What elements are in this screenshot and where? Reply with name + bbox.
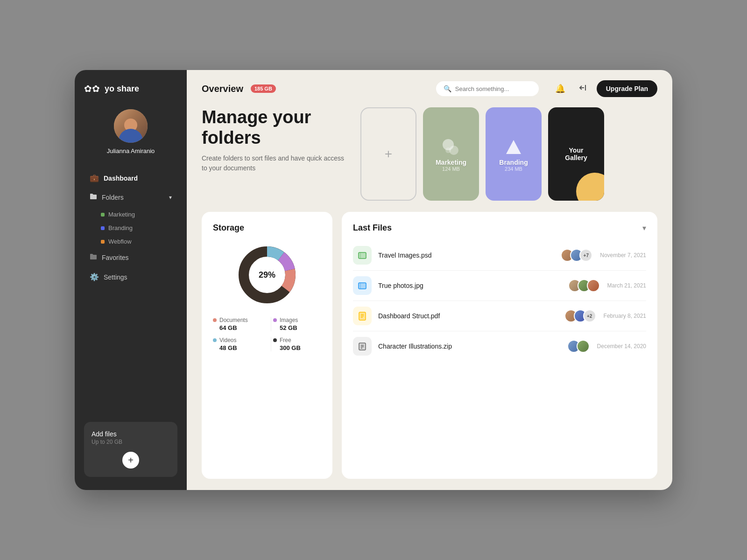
svg-point-2 — [445, 147, 451, 153]
file-date-travel: November 7, 2021 — [600, 252, 646, 259]
files-card: Last Files ▾ Travel Images.psd — [342, 212, 657, 479]
search-icon: 🔍 — [444, 85, 451, 92]
sidebar-item-folders[interactable]: Folders ▾ — [84, 189, 177, 206]
hero-text: Manage yourfolders Create folders to sor… — [202, 107, 351, 173]
favorites-label: Favorites — [102, 254, 129, 261]
files-header: Last Files ▾ — [353, 223, 646, 233]
favorites-icon — [90, 253, 97, 262]
file-name-true-photos: True photos.jpg — [378, 282, 568, 289]
file-avatars-true-photos — [568, 279, 600, 292]
sidebar-nav: 💼 Dashboard Folders ▾ Marketing — [84, 169, 177, 418]
avatar-image — [114, 109, 148, 143]
branding-dot — [101, 226, 105, 230]
folders-icon — [90, 193, 97, 202]
marketing-folder-name: Marketing — [436, 159, 466, 166]
file-avatars-dashboard: +2 — [564, 309, 596, 322]
header: Overview 185 GB 🔍 🔔 Upgrade Plan — [187, 70, 672, 107]
documents-label: Documents — [219, 317, 248, 323]
sidebar-item-settings[interactable]: ⚙️ Settings — [84, 268, 177, 286]
file-avatars-travel: +7 — [561, 249, 592, 262]
free-label: Free — [280, 337, 291, 343]
images-value: 52 GB — [280, 324, 298, 331]
content-area: Manage yourfolders Create folders to sor… — [187, 107, 672, 490]
file-row[interactable]: True photos.jpg March 21, 2021 — [353, 271, 646, 301]
marketing-folder-card[interactable]: Marketing 124 MB — [423, 107, 479, 201]
sidebar-subitem-marketing[interactable]: Marketing — [97, 208, 177, 221]
add-folder-card[interactable]: + — [360, 107, 416, 201]
avatar-9 — [577, 340, 590, 353]
file-date-dashboard: February 8, 2021 — [604, 313, 646, 319]
images-label: Images — [280, 317, 298, 323]
storage-title: Storage — [213, 223, 321, 233]
avatar-count: +7 — [579, 249, 592, 262]
branding-folder-name: Branding — [499, 159, 528, 166]
hero-heading: Manage yourfolders — [202, 107, 351, 148]
gallery-text: Your Gallery — [565, 147, 587, 161]
file-icon-dashboard — [353, 307, 372, 325]
bell-icon: 🔔 — [555, 84, 565, 94]
legend-images: Images 52 GB — [273, 317, 298, 331]
svg-rect-12 — [359, 283, 366, 289]
marketing-dot — [101, 213, 105, 217]
marketing-folder-size: 124 MB — [442, 166, 460, 172]
top-section: Manage yourfolders Create folders to sor… — [202, 107, 657, 201]
documents-value: 64 GB — [219, 324, 265, 331]
storage-card: Storage — [202, 212, 332, 479]
add-files-button[interactable]: + — [122, 452, 139, 469]
folders-header: Folders ▾ — [102, 194, 172, 201]
videos-label: Videos — [219, 337, 236, 343]
folders-label: Folders — [102, 194, 124, 201]
svg-rect-9 — [359, 252, 366, 259]
free-dot — [273, 338, 277, 342]
exit-button[interactable] — [574, 80, 591, 97]
donut-wrapper: 29% — [234, 242, 300, 308]
videos-value: 48 GB — [219, 344, 265, 351]
storage-legend: Documents 64 GB Images 52 GB — [213, 317, 321, 351]
legend-documents: Documents 64 GB — [213, 317, 265, 331]
file-date-character: December 14, 2020 — [597, 343, 646, 350]
username-label: Julianna Amiranio — [107, 147, 155, 154]
search-input[interactable] — [455, 85, 531, 92]
file-row[interactable]: Character Illustrations.zip December 14,… — [353, 331, 646, 361]
file-row[interactable]: Dashboard Struct.pdf +2 February 8, 2021 — [353, 301, 646, 331]
app-container: ✿✿ yo share Julianna Amiranio 💼 Dashboar… — [75, 70, 672, 490]
header-actions: 🔔 Upgrade Plan — [552, 80, 657, 97]
webflow-label: Webflow — [108, 238, 132, 245]
notification-button[interactable]: 🔔 — [552, 80, 569, 97]
add-files-card: Add files Up to 20 GB + — [84, 422, 177, 477]
storage-badge: 185 GB — [251, 84, 276, 93]
sidebar-subitem-webflow[interactable]: Webflow — [97, 235, 177, 248]
donut-percentage: 29% — [259, 270, 275, 280]
file-name-dashboard: Dashboard Struct.pdf — [378, 312, 564, 320]
file-name-travel: Travel Images.psd — [378, 252, 561, 259]
file-avatars-character — [567, 340, 590, 353]
bottom-section: Storage — [202, 212, 657, 479]
file-icon-true-photos — [353, 276, 372, 295]
file-row[interactable]: Travel Images.psd +7 November 7, 2021 — [353, 240, 646, 271]
folders-row: + Marketing 124 MB — [360, 107, 657, 201]
branding-folder-icon — [502, 136, 525, 159]
chevron-icon: ▾ — [169, 194, 172, 201]
sidebar-subitem-branding[interactable]: Branding — [97, 222, 177, 234]
branding-label: Branding — [108, 224, 133, 231]
marketing-label: Marketing — [108, 211, 135, 218]
sidebar-item-dashboard[interactable]: 💼 Dashboard — [84, 169, 177, 187]
add-files-subtitle: Up to 20 GB — [92, 439, 170, 445]
avatar — [114, 109, 148, 143]
upgrade-plan-button[interactable]: Upgrade Plan — [597, 80, 657, 97]
images-dot — [273, 318, 277, 322]
gallery-folder-card[interactable]: Your Gallery — [548, 107, 604, 201]
documents-dot — [213, 318, 217, 322]
svg-marker-3 — [506, 140, 521, 154]
files-title: Last Files — [353, 223, 392, 233]
main-content: Overview 185 GB 🔍 🔔 Upgrade Plan — [187, 70, 672, 490]
sidebar-logo: ✿✿ yo share — [84, 83, 177, 94]
page-title: Overview — [202, 84, 243, 94]
file-icon-travel — [353, 246, 372, 265]
sidebar-item-favorites[interactable]: Favorites — [84, 249, 177, 266]
branding-folder-card[interactable]: Branding 234 MB — [486, 107, 542, 201]
folders-submenu: Marketing Branding Webflow — [97, 208, 177, 248]
logo-text: yo share — [105, 84, 139, 94]
files-chevron-icon[interactable]: ▾ — [642, 224, 646, 232]
search-bar[interactable]: 🔍 — [436, 81, 539, 96]
